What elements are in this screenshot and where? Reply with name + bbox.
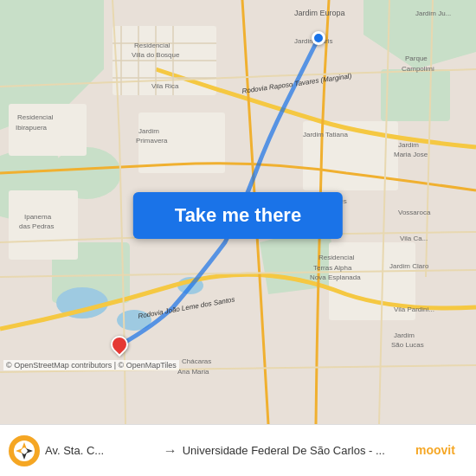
footer-to-label: Universidade Federal De São Carlos - ... (183, 444, 408, 457)
svg-text:Ana Maria: Ana Maria (177, 368, 209, 376)
footer-arrow-icon: → (164, 443, 177, 459)
svg-text:moovit: moovit (415, 443, 455, 457)
svg-text:Terras Alpha: Terras Alpha (313, 264, 352, 272)
svg-text:Ibirapuera: Ibirapuera (16, 124, 48, 132)
map-attribution: © OpenStreetMap contributors | © OpenMap… (3, 360, 179, 370)
svg-text:Jardim: Jardim (398, 141, 419, 149)
footer-from-label: Av. Sta. C... (45, 444, 158, 457)
svg-text:Vila Ca...: Vila Ca... (400, 235, 428, 242)
svg-text:Maria Jose: Maria Jose (394, 151, 428, 158)
svg-text:Jardim Claro: Jardim Claro (389, 262, 429, 270)
moovit-logo: moovit (415, 439, 467, 463)
svg-text:Jardim Tatiana: Jardim Tatiana (303, 131, 348, 138)
origin-marker (312, 31, 325, 45)
svg-text:São Lucas: São Lucas (391, 341, 424, 349)
footer-bar: Av. Sta. C... → Universidade Federal De … (0, 424, 476, 476)
svg-text:Vila Rica: Vila Rica (151, 82, 179, 90)
svg-text:Jardim Ju...: Jardim Ju... (415, 10, 451, 17)
svg-text:Villa do Bosque: Villa do Bosque (132, 51, 180, 59)
svg-text:Residencial: Residencial (17, 113, 54, 121)
svg-text:Vossaroca: Vossaroca (398, 209, 431, 216)
svg-text:Parque: Parque (405, 55, 428, 62)
svg-text:das Pedras: das Pedras (19, 222, 54, 230)
svg-text:Ipanema: Ipanema (24, 213, 52, 221)
svg-text:Chácaras: Chácaras (182, 357, 211, 365)
take-me-there-button[interactable]: Take me there (133, 192, 343, 239)
svg-text:Residencial: Residencial (134, 42, 170, 49)
svg-text:Jardim: Jardim (394, 331, 415, 339)
svg-text:Residencial: Residencial (318, 254, 355, 261)
map-container: Rodovia Raposo Tavares (Marginal) Rodovi… (0, 0, 476, 424)
svg-text:Jardim Europa: Jardim Europa (294, 9, 345, 17)
moovit-icon (9, 435, 40, 466)
svg-text:Primavera: Primavera (136, 137, 168, 145)
svg-text:Nova Esplanada: Nova Esplanada (310, 273, 361, 281)
svg-text:Campolimi: Campolimi (402, 65, 434, 73)
svg-rect-6 (381, 69, 450, 121)
svg-text:Vila Pardini...: Vila Pardini... (394, 306, 434, 313)
svg-text:Jardim: Jardim (138, 127, 159, 135)
